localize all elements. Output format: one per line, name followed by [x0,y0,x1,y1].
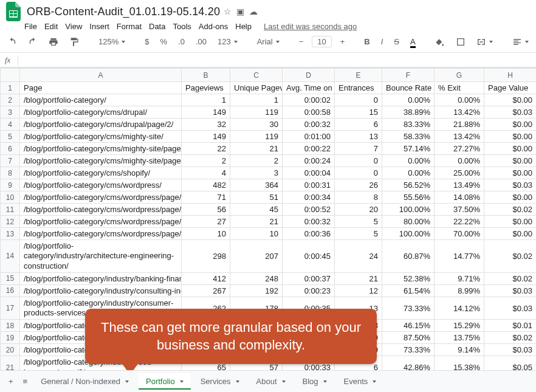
cell[interactable]: $0.03 [484,344,537,356]
cell[interactable]: Pageviews [182,82,230,94]
doc-title[interactable]: ORB-Content-Audit_01.01.19-05.14.20 [27,5,220,18]
cell[interactable]: 0:00:36 [283,228,335,240]
formula-input[interactable] [22,55,531,65]
cell[interactable]: 1 [182,94,230,106]
cell[interactable]: 20 [335,204,382,216]
cell[interactable]: 27.27% [435,143,484,155]
cell[interactable]: 364 [230,179,283,191]
cell[interactable]: 55.56% [382,191,435,204]
borders-icon[interactable] [453,35,468,49]
cell[interactable]: 119 [230,106,283,119]
cell[interactable]: 100.00% [382,228,435,240]
cell[interactable]: 13.42% [435,131,484,143]
cell[interactable]: 14.12% [435,297,484,320]
cell[interactable]: 87.50% [382,332,435,344]
cell[interactable]: 13.75% [435,332,484,344]
cell[interactable]: $0.02 [484,204,537,216]
cell[interactable]: $0.03 [484,297,537,320]
strikethrough-icon[interactable]: S [391,35,402,48]
menu-tools[interactable]: Tools [173,22,191,31]
select-all-corner[interactable] [1,69,20,82]
font-size-input[interactable]: 10 [312,36,331,47]
col-header[interactable]: G [435,69,484,82]
cell[interactable]: $0.00 [484,216,537,228]
cell[interactable]: 0.00% [435,155,484,167]
cell[interactable]: $0.00 [484,228,537,240]
h-align-icon[interactable] [510,35,531,49]
increase-decimal-icon[interactable]: .00 [193,35,209,48]
cell[interactable]: /blog/portfolio-category/cms/mighty-site… [20,131,182,143]
cell[interactable]: 7 [335,143,382,155]
cell[interactable]: $0.00 [484,94,537,106]
cell[interactable]: 30 [230,119,283,131]
cell[interactable]: 482 [182,179,230,191]
sheet-tab[interactable]: Events [337,373,384,390]
decrease-decimal-icon[interactable]: .0 [176,35,187,48]
google-sheets-logo[interactable] [5,1,22,22]
cell[interactable]: /blog/portfolio-category/cms/wordpress/p… [20,191,182,204]
cell[interactable]: $0.00 [484,155,537,167]
cell[interactable]: Entrances [335,82,382,94]
cell[interactable]: 0:00:02 [283,94,335,106]
cell[interactable]: 119 [230,131,283,143]
cell[interactable]: 149 [182,131,230,143]
cell[interactable]: 21 [230,143,283,155]
menu-addons[interactable]: Add-ons [199,22,228,31]
col-header[interactable]: D [283,69,335,82]
chevron-down-icon[interactable] [373,380,376,383]
cell[interactable]: 10 [230,228,283,240]
cell[interactable]: 192 [230,284,283,297]
percent-icon[interactable]: % [157,35,170,48]
row-header[interactable]: 2 [1,94,20,106]
cell[interactable]: % Exit [435,82,484,94]
cell[interactable]: 83.33% [382,119,435,131]
cell[interactable]: /blog/portfolio-category/cms/wordpress/p… [20,204,182,216]
cell[interactable]: 10 [182,228,230,240]
move-icon[interactable]: ▣ [236,7,244,16]
menu-edit[interactable]: Edit [44,22,58,31]
cell[interactable]: /blog/portfolio-category/cms/shopify/ [20,167,182,179]
chevron-down-icon[interactable] [125,380,129,383]
row-header[interactable]: 16 [1,284,20,297]
menu-format[interactable]: Format [117,22,142,31]
all-sheets-button[interactable]: ≡ [19,374,32,388]
cell[interactable]: 1 [230,94,283,106]
cell[interactable]: 71 [182,191,230,204]
print-icon[interactable] [46,35,61,49]
cell[interactable]: 38.89% [382,106,435,119]
cell[interactable]: 0:00:31 [283,179,335,191]
cell[interactable]: $0.02 [484,240,537,273]
cell[interactable]: 5 [335,228,382,240]
cell[interactable]: 0:00:04 [283,167,335,179]
cell[interactable]: 61.54% [382,284,435,297]
cell[interactable]: 32 [182,119,230,131]
cell[interactable]: 57.14% [382,143,435,155]
row-header[interactable]: 5 [1,131,20,143]
sheet-tab[interactable]: General / Non-indexed [33,373,136,390]
col-header[interactable]: C [230,69,283,82]
cell[interactable]: Page Value [484,82,537,94]
sheet-tab[interactable]: Portfolio [139,373,191,390]
row-header[interactable]: 1 [1,82,20,94]
cell[interactable]: 8.99% [435,284,484,297]
cell[interactable]: 51 [230,191,283,204]
cell[interactable]: 0:00:22 [283,143,335,155]
row-header[interactable]: 3 [1,106,20,119]
cell[interactable]: $0.03 [484,106,537,119]
cell[interactable]: /blog/portfolio-category/cms/wordpress/p… [20,216,182,228]
menu-data[interactable]: Data [149,22,165,31]
cell[interactable]: 15.29% [435,320,484,332]
cell[interactable]: Page [20,82,182,94]
cell[interactable]: /blog/portfolio-category/cms/wordpress/p… [20,228,182,240]
cell[interactable]: 0.00% [435,94,484,106]
row-header[interactable]: 9 [1,179,20,191]
chevron-down-icon[interactable] [180,380,184,383]
cell[interactable]: /blog/portfolio-category/cms/drupal/page… [20,119,182,131]
font-size-minus[interactable]: − [297,35,306,48]
cell[interactable]: /blog/portfolio-category/ [20,94,182,106]
sheet-tab[interactable]: Services [193,373,247,390]
menu-insert[interactable]: Insert [89,22,109,31]
cell[interactable]: /blog/portfolio-category/cms/wordpress/ [20,179,182,191]
italic-icon[interactable]: I [379,35,386,48]
cell[interactable]: 15 [335,106,382,119]
